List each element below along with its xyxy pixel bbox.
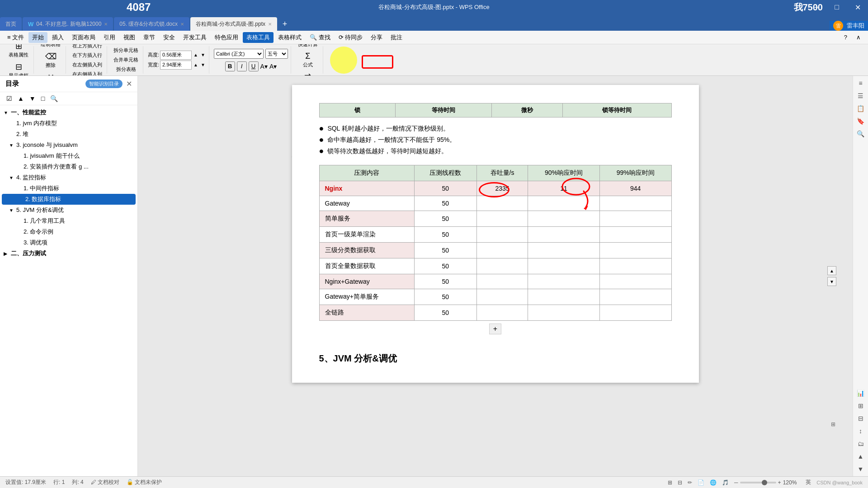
toc-item-db-metrics[interactable]: 2. 数据库指标 [2,194,136,205]
zoom-control[interactable]: ─ + 120% [734,479,797,486]
zoom-in-btn[interactable]: + [778,479,781,486]
toc-item-tuning-items[interactable]: 3. 调优项 [0,237,137,248]
width-input[interactable] [160,61,192,70]
right-btn-5[interactable]: 🔍 [855,128,866,139]
table-row-category[interactable]: 三级分类数据获取 50 [319,243,671,258]
right-btn-table[interactable]: ⊞ [856,400,865,411]
tab-pptx[interactable]: 谷粒商城-分布式高级-图.pptx ✕ [190,17,277,31]
close-button[interactable]: ✕ [847,0,868,14]
toc-item-cmd-examples[interactable]: 2. 命令示例 [0,226,137,237]
table-row-gateway[interactable]: Gateway 50 [319,196,671,211]
status-icon-3[interactable]: ✏ [688,479,692,486]
table-add-row-btn[interactable]: + [319,324,672,334]
ribbon-btn-showgrid[interactable]: ⊟ 显示虚框 [6,61,31,76]
ribbon-btn-delete[interactable]: ✕ 删除 [42,71,60,76]
scroll-up-btn[interactable]: ▲ [827,266,836,275]
tab-doc1[interactable]: W 04. 不好意思. 新电脑12000 ✕ [23,17,113,31]
ribbon-btn-insert-left[interactable]: 在左侧插入列 [71,61,104,69]
table-row-homepage-menu[interactable]: 首页一级菜单渲染 50 [319,227,671,243]
menu-devtools[interactable]: 开发工具 [179,32,210,43]
ribbon-btn-convert[interactable]: ⇄ 转换 [299,70,317,76]
toc-item-jvisualvm[interactable]: 1. jvisualvm 能干什么 [0,150,137,161]
maximize-button[interactable]: □ [826,0,847,14]
menu-share[interactable]: 分享 [367,32,386,43]
bold-button[interactable]: B [225,61,235,71]
width-decrease-btn[interactable]: ▼ [200,62,206,67]
right-btn-chart[interactable]: 📊 [855,388,866,399]
ribbon-btn-split-cell[interactable]: 拆分单元格 [112,46,140,55]
toc-item-middleware-metrics[interactable]: 1. 中间件指标 [0,183,137,194]
right-scroll-up[interactable]: ▲ [856,451,866,462]
font-color-btn[interactable]: A▾ [260,63,268,70]
table-row-gateway-simple[interactable]: Gateway+简单服务 50 [319,289,671,305]
pressure-table[interactable]: 压测内容 压测线程数 吞吐量/s 90%响应时间 99%响应时间 Nginx 5… [319,165,672,321]
ribbon-btn-erase[interactable]: ⌫ 擦除 [42,50,60,70]
status-icon-5[interactable]: 🌐 [710,479,717,486]
status-icon-4[interactable]: 📄 [698,479,704,486]
ai-toc-button[interactable]: 智能识别目录 [85,80,123,88]
ribbon-btn-insert-below[interactable]: 在下方插入行 [71,51,104,60]
ribbon-btn-draw[interactable]: ✏ 绘制表格 [38,44,63,49]
status-icon-1[interactable]: ⊞ [668,479,672,486]
table-row-simple[interactable]: 简单服务 50 [319,211,671,227]
toc-item-monitor-metrics[interactable]: ▼ 4. 监控指标 [0,172,137,183]
tab-doc1-close[interactable]: ✕ [104,22,108,27]
right-btn-arrows[interactable]: ↕ [857,426,864,436]
toc-item-install-plugin[interactable]: 2. 安装插件方便查看 g ... [0,161,137,172]
underline-button[interactable]: U [249,61,259,71]
tab-home[interactable]: 首页 [0,17,22,31]
menu-security[interactable]: 安全 [160,32,179,43]
table-row-homepage-full[interactable]: 首页全量数据获取 50 [319,258,671,274]
quick-minimize-ribbon[interactable]: ∧ [853,33,864,42]
sidebar-icon-search[interactable]: 🔍 [49,94,59,103]
ribbon-btn-insert-right[interactable]: 在右侧插入列 [71,70,104,76]
menu-comment[interactable]: 批注 [387,32,406,43]
zoom-slider[interactable] [740,482,776,483]
ribbon-btn-insert-above[interactable]: 在上方插入行 [71,44,104,50]
td-nginx-p99[interactable]: 944 [599,181,671,196]
toc-item-jconsole[interactable]: ▼ 3. jconsole 与 jvisualvm [0,140,137,150]
menu-chapter[interactable]: 章节 [140,32,159,43]
ribbon-btn-quickcalc[interactable]: fx 快速计算 [296,44,320,49]
sidebar-icon-expand[interactable]: ▼ [28,94,37,103]
add-row-icon[interactable]: + [489,324,501,334]
document-area[interactable]: ✛ 锁 等待时间 微秒 锁等待时间 [138,76,853,476]
status-icon-6[interactable]: 🎵 [722,479,729,486]
italic-button[interactable]: I [237,61,247,71]
width-increase-btn[interactable]: ▲ [193,62,199,67]
toc-item-heap[interactable]: 2. 堆 [0,129,137,140]
minimize-button[interactable]: ─ [806,0,826,14]
right-btn-1[interactable]: ≡ [857,78,864,89]
height-decrease-btn[interactable]: ▼ [200,52,206,57]
tab-doc2-close[interactable]: ✕ [180,22,184,27]
menu-table-style[interactable]: 表格样式 [274,32,305,43]
menu-sync[interactable]: ⟳ 待同步 [335,32,367,43]
scroll-down-btn[interactable]: ▼ [827,277,836,286]
tab-doc2[interactable]: 05. 缓存&分布式锁.docx ✕ [114,17,189,31]
sidebar-close-button[interactable]: ✕ [126,80,132,88]
toc-item-jvm-analysis[interactable]: ▼ 5. JVM 分析&调优 [0,205,137,216]
menu-find[interactable]: 🔍 查找 [306,32,334,43]
zoom-out-btn[interactable]: ─ [734,479,738,486]
quick-help[interactable]: ? [840,33,851,42]
menu-table-tool[interactable]: 表格工具 [243,32,274,43]
tab-add-button[interactable]: + [278,17,292,31]
table-row-nginx[interactable]: Nginx 50 2335 11 944 [319,181,671,196]
status-icon-2[interactable]: ⊟ [678,479,682,486]
right-btn-grid[interactable]: ⊟ [856,413,865,424]
tab-pptx-close[interactable]: ✕ [268,22,272,27]
right-btn-sort[interactable]: 🗂 [856,438,866,449]
height-increase-btn[interactable]: ▲ [193,52,199,57]
ribbon-btn-merge-cell[interactable]: 合并单元格 [112,56,140,64]
right-btn-4[interactable]: 🔖 [855,116,866,127]
sidebar-icon-box[interactable]: □ [40,94,46,103]
ribbon-btn-formula[interactable]: Σ 公式 [299,50,317,70]
td-nginx-throughput[interactable]: 2335 [476,181,528,196]
toc-item-perf-monitor[interactable]: ▼ 一、性能监控 [0,107,137,118]
menu-layout[interactable]: 页面布局 [68,32,99,43]
menu-features[interactable]: 特色应用 [211,32,242,43]
menu-reference[interactable]: 引用 [100,32,119,43]
highlight-color-btn[interactable]: A▾ [269,63,277,70]
toc-item-jvm-memory[interactable]: 1. jvm 内存模型 [0,118,137,129]
toc-item-pressure-test[interactable]: ▶ 二、压力测试 [0,248,137,259]
